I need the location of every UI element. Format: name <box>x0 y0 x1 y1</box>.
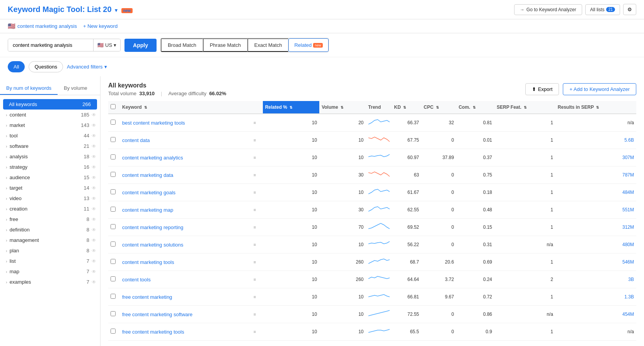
com-column-header[interactable]: Com. ⇅ <box>456 101 494 114</box>
sidebar-item-audience[interactable]: › audience 15 👁 <box>0 172 100 183</box>
sidebar-item-definition[interactable]: › definition 8 👁 <box>0 224 100 235</box>
row-checkbox-input[interactable] <box>111 294 116 299</box>
sidebar-item-list[interactable]: › list 7 👁 <box>0 256 100 266</box>
sidebar-tab-by-volume[interactable]: By volume <box>58 82 94 95</box>
keyword-link[interactable]: content data <box>122 137 150 143</box>
volume-column-header[interactable]: Volume ⇅ <box>319 101 366 114</box>
row-checkbox[interactable] <box>108 132 120 149</box>
questions-filter-button[interactable]: Questions <box>29 61 63 72</box>
row-checkbox[interactable] <box>108 201 120 219</box>
trend-column-header[interactable]: Trend <box>366 101 392 114</box>
row-checkbox-input[interactable] <box>111 329 116 334</box>
sidebar-item-tool[interactable]: › tool 44 👁 <box>0 130 100 141</box>
keyword-link[interactable]: content marketing reporting <box>122 224 183 230</box>
sidebar-item-creation[interactable]: › creation 11 👁 <box>0 204 100 214</box>
dropdown-arrow-icon[interactable]: ▾ <box>115 7 118 13</box>
eye-icon[interactable]: 👁 <box>92 248 96 254</box>
row-checkbox-input[interactable] <box>111 224 116 229</box>
sidebar-item-video[interactable]: › video 13 👁 <box>0 193 100 204</box>
row-checkbox-input[interactable] <box>111 137 116 142</box>
search-input[interactable] <box>8 39 93 51</box>
eye-icon[interactable]: 👁 <box>92 185 96 191</box>
eye-icon[interactable]: 👁 <box>92 196 96 201</box>
keyword-link[interactable]: free content marketing software <box>122 312 193 317</box>
row-checkbox[interactable] <box>108 306 120 323</box>
settings-button[interactable]: ⚙ <box>623 4 636 15</box>
sidebar-item-target[interactable]: › target 14 👁 <box>0 183 100 193</box>
sidebar-item-content[interactable]: › content 185 👁 <box>0 110 100 120</box>
keyword-link[interactable]: content tools <box>122 277 151 283</box>
keyword-link[interactable]: content marketing goals <box>122 190 175 195</box>
keyword-link[interactable]: content marketing solutions <box>122 242 183 248</box>
keyword-link[interactable]: free content marketing <box>122 294 172 300</box>
keyword-link[interactable]: content marketing map <box>122 207 173 213</box>
keyword-link[interactable]: free content marketing tools <box>122 329 184 335</box>
keyword-link[interactable]: best content marketing tools <box>122 120 185 126</box>
eye-icon[interactable]: 👁 <box>92 164 96 170</box>
kd-column-header[interactable]: KD ⇅ <box>392 101 421 114</box>
sidebar-item-all-keywords[interactable]: All keywords 266 <box>3 99 97 110</box>
row-checkbox-input[interactable] <box>111 120 116 125</box>
keyword-link[interactable]: content marketing analytics <box>122 155 183 161</box>
sidebar-item-plan[interactable]: › plan 8 👁 <box>0 245 100 256</box>
sidebar-item-free[interactable]: › free 8 👁 <box>0 214 100 224</box>
sidebar-item-map[interactable]: › map 7 👁 <box>0 266 100 277</box>
select-all-input[interactable] <box>111 104 116 109</box>
eye-icon[interactable]: 👁 <box>92 112 96 118</box>
sidebar-item-software[interactable]: › software 21 👁 <box>0 141 100 151</box>
row-checkbox-input[interactable] <box>111 154 116 159</box>
row-checkbox[interactable] <box>108 219 120 236</box>
eye-icon[interactable]: 👁 <box>92 269 96 274</box>
keyword-link[interactable]: content marketing tools <box>122 259 174 265</box>
eye-icon[interactable]: 👁 <box>92 279 96 285</box>
row-checkbox[interactable] <box>108 184 120 201</box>
eye-icon[interactable]: 👁 <box>92 227 96 233</box>
broad-match-tab[interactable]: Broad Match <box>161 38 203 52</box>
keyword-tab[interactable]: 🇺🇸 content marketing analysis <box>8 22 77 30</box>
exact-match-tab[interactable]: Exact Match <box>247 38 289 52</box>
all-filter-button[interactable]: All <box>8 61 25 72</box>
serp-column-header[interactable]: SERP Feat. ⇅ <box>494 101 555 114</box>
row-checkbox[interactable] <box>108 323 120 341</box>
row-checkbox-input[interactable] <box>111 172 116 177</box>
apply-button[interactable]: Apply <box>124 39 157 52</box>
eye-icon[interactable]: 👁 <box>92 144 96 149</box>
eye-icon[interactable]: 👁 <box>92 175 96 180</box>
row-checkbox[interactable] <box>108 236 120 254</box>
phrase-match-tab[interactable]: Phrase Match <box>203 38 247 52</box>
row-checkbox-input[interactable] <box>111 311 116 316</box>
row-checkbox-input[interactable] <box>111 276 116 281</box>
eye-icon[interactable]: 👁 <box>92 133 96 139</box>
row-checkbox[interactable] <box>108 166 120 184</box>
sidebar-item-analysis[interactable]: › analysis 18 👁 <box>0 151 100 162</box>
eye-icon[interactable]: 👁 <box>92 259 96 264</box>
related-tab[interactable]: Related new <box>288 38 328 52</box>
sidebar-item-management[interactable]: › management 8 👁 <box>0 235 100 245</box>
row-checkbox-input[interactable] <box>111 207 116 212</box>
row-checkbox[interactable] <box>108 149 120 166</box>
sidebar-item-strategy[interactable]: › strategy 16 👁 <box>0 162 100 172</box>
row-checkbox[interactable] <box>108 288 120 306</box>
results-column-header[interactable]: Results in SERP ⇅ <box>555 101 636 114</box>
advanced-filters-button[interactable]: Advanced filters ▾ <box>67 64 107 70</box>
row-checkbox-input[interactable] <box>111 242 116 247</box>
keyword-link[interactable]: content marketing data <box>122 172 173 178</box>
new-keyword-button[interactable]: + New keyword <box>83 23 118 29</box>
row-checkbox[interactable] <box>108 271 120 288</box>
related-column-header[interactable]: Related % ⇅ <box>263 101 319 114</box>
eye-icon[interactable]: 👁 <box>92 206 96 212</box>
sidebar-tab-by-num[interactable]: By num of keywords <box>0 82 58 95</box>
keyword-column-header[interactable]: Keyword ⇅ <box>120 101 251 114</box>
eye-icon[interactable]: 👁 <box>92 238 96 243</box>
add-to-keyword-analyzer-button[interactable]: + Add to Keyword Analyzer <box>563 83 636 95</box>
eye-icon[interactable]: 👁 <box>92 217 96 222</box>
eye-icon[interactable]: 👁 <box>92 123 96 128</box>
go-to-keyword-analyzer-button[interactable]: → Go to Keyword Analyzer <box>514 4 582 15</box>
all-lists-button[interactable]: All lists 21 <box>585 4 620 15</box>
sidebar-item-examples[interactable]: › examples 7 👁 <box>0 277 100 287</box>
row-checkbox[interactable] <box>108 254 120 271</box>
row-checkbox-input[interactable] <box>111 259 116 264</box>
sidebar-item-market[interactable]: › market 143 👁 <box>0 120 100 130</box>
row-checkbox[interactable] <box>108 114 120 132</box>
select-all-checkbox[interactable] <box>108 101 120 114</box>
